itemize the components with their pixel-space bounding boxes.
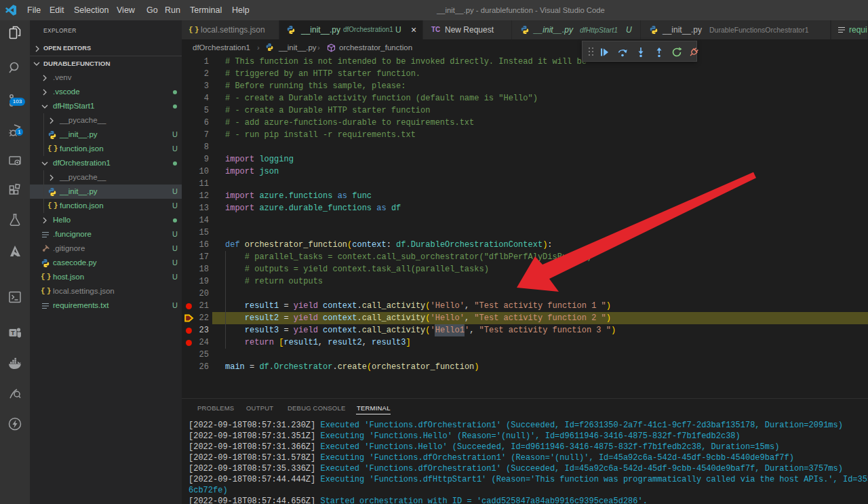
- svg-text:T: T: [11, 330, 15, 336]
